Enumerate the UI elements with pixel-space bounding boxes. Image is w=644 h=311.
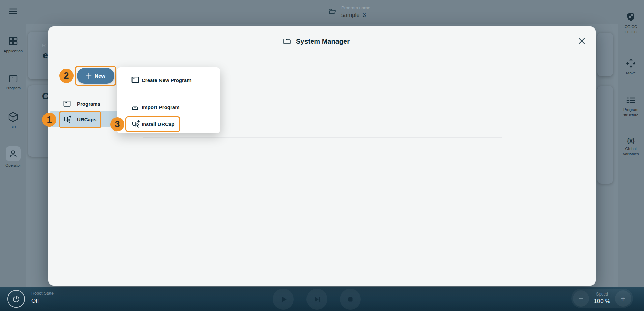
annotation-step-2: 2 [59,69,74,83]
menu-item-label: Import Program [142,104,180,110]
sidebar-item-program[interactable]: Program [0,74,26,90]
sidebar-item-label: Move [626,71,636,75]
folder-icon [283,37,291,46]
background-card-text: e [43,50,48,61]
open-folder-icon [328,7,337,17]
sidebar-item-operator[interactable]: Operator [0,146,26,168]
annotation-number: 2 [64,71,69,81]
background-card-right-2 [597,86,613,184]
skip-next-icon [312,294,322,304]
speed-increase-button[interactable]: + [615,290,631,307]
program-name-value: sample_3 [341,11,370,19]
app-grid-icon [8,36,19,46]
safety-shield-icon [626,12,636,22]
step-button[interactable] [306,289,327,310]
safety-checks-line1: CC CC [625,24,637,29]
menu-item-import-program[interactable]: Import Program [117,99,220,115]
program-structure-icon [625,96,636,105]
close-icon [578,37,586,45]
program-name-group[interactable]: Program name sample_3 [328,0,370,24]
plus-icon: + [621,294,625,303]
sidebar-item-label: 3D [11,125,16,129]
operator-selected-highlight [6,146,21,161]
new-button[interactable]: New [77,68,114,84]
hamburger-icon [8,7,19,16]
annotation-highlight-urcaps [59,111,101,128]
import-download-icon [131,103,139,111]
sidebar-item-3d[interactable]: 3D [0,111,26,129]
annotation-step-3: 3 [110,117,124,131]
safety-status-button[interactable]: CC CC CC CC [618,12,644,35]
left-sidebar: Application Program 3D [0,0,26,287]
sidebar-item-label-line1: Global [625,146,636,151]
play-icon [278,294,288,304]
annotation-number: 3 [115,119,120,130]
speed-control: − Speed 100 % + [571,289,633,308]
sidebar-item-label-line1: Program [623,107,638,112]
annotation-number: 1 [47,115,52,125]
stop-icon [345,294,355,304]
sidebar-item-label: Application [4,49,23,53]
robot-state-value: Off [31,298,54,304]
program-window-icon [63,100,71,108]
sidebar-item-program-structure[interactable]: Program structure [618,96,644,118]
plus-icon [86,73,92,79]
sidebar-item-global-variables[interactable]: {x} Global Variables [618,137,644,157]
nav-item-label: Programs [77,101,100,107]
cube-icon [8,111,19,123]
play-button[interactable] [273,289,294,310]
robot-power-button[interactable] [7,290,25,308]
content-panel-divider [502,57,502,286]
sidebar-item-label-line2: Variables [623,152,639,156]
dialog-title: System Manager [296,38,350,45]
sidebar-item-label: Operator [5,163,21,168]
sidebar-item-label: Program [6,86,21,90]
hamburger-menu-button[interactable] [0,7,26,16]
sidebar-item-move[interactable]: Move [618,58,644,75]
program-window-icon [8,74,18,84]
background-card-right-1 [597,33,613,76]
menu-divider [124,93,213,93]
safety-checks-line2: CC CC [625,30,637,34]
top-bar: Program name sample_3 [26,0,618,24]
menu-item-label: Create New Program [142,77,192,83]
annotation-step-1: 1 [42,113,56,127]
robot-state-label: Robot State [31,291,54,296]
operator-person-icon [8,149,18,158]
close-button[interactable] [574,33,590,49]
background-card-label: R [42,43,46,48]
program-name-label: Program name [341,5,370,11]
dialog-title-group: System Manager [283,26,350,57]
new-dropdown-menu: Create New Program Import Program [117,67,220,133]
system-manager-dialog: System Manager New [48,26,596,286]
sidebar-item-label-line2: structure [623,113,639,117]
polyscope-app: Program name sample_3 R e C [0,0,644,311]
menu-item-create-new-program[interactable]: Create New Program [117,72,220,88]
power-icon [12,295,20,303]
variables-icon: {x} [627,137,635,144]
annotation-highlight-install [125,116,180,132]
content-row-divider [143,137,502,138]
program-window-icon [131,76,140,84]
right-sidebar: CC CC CC CC Move Prog [618,0,644,287]
background-card-text: C [42,91,49,102]
header-divider [48,57,596,57]
move-arrows-icon [625,58,636,69]
new-button-label: New [95,73,105,79]
stop-button[interactable] [340,289,361,310]
dialog-header: System Manager [48,26,596,57]
sidebar-item-application[interactable]: Application [0,36,26,53]
robot-state-group: Robot State Off [31,291,54,304]
